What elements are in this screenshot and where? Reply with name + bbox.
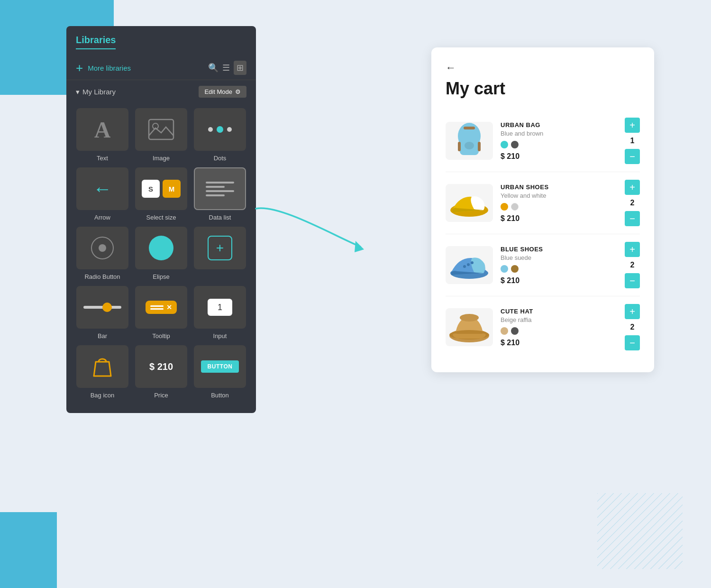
bag-box — [76, 345, 128, 388]
cart-bag-name: URBAN BAG — [501, 121, 617, 129]
cart-item-shoes: URBAN SHOES Yellow and white $ 210 + 2 − — [446, 172, 640, 234]
bar-label: Bar — [98, 332, 107, 340]
svg-rect-7 — [464, 127, 475, 129]
line-4 — [206, 194, 225, 196]
plus-icon: + — [208, 236, 232, 260]
backpack-svg — [450, 122, 488, 160]
qty-num-shoes: 2 — [630, 199, 635, 207]
qty-minus-bag[interactable]: − — [625, 149, 640, 164]
grid-item-plus[interactable]: + — [193, 227, 246, 280]
size-s: S — [142, 180, 160, 198]
grid-item-text[interactable]: A Text — [76, 108, 129, 162]
add-button[interactable]: + — [76, 62, 83, 74]
bar-icon — [83, 306, 121, 309]
cart-item-blue-shoes-img — [446, 246, 493, 284]
cart-blue-shoes-price: $ 210 — [501, 276, 617, 285]
color-dot-brown — [511, 141, 519, 148]
my-library-row: ▾ My Library Edit Mode ⚙ — [66, 80, 256, 103]
svg-point-15 — [471, 261, 474, 264]
data-list-icon — [202, 178, 238, 200]
qty-minus-shoes[interactable]: − — [625, 211, 640, 226]
cart-item-hat-img — [446, 308, 493, 346]
price-label: Price — [154, 392, 168, 399]
grid-item-dots[interactable]: Dots — [193, 108, 246, 162]
grid-icon[interactable]: ⊞ — [234, 61, 246, 75]
line-1 — [206, 182, 234, 184]
dots-label: Dots — [214, 155, 227, 162]
image-box — [135, 108, 187, 151]
my-library-label: ▾ My Library — [76, 88, 116, 96]
text-box: A — [76, 108, 128, 151]
more-libraries-link[interactable]: More libraries — [88, 64, 203, 72]
sidebar-toolbar: + More libraries 🔍 ☰ ⊞ — [66, 56, 256, 80]
my-library-text: My Library — [82, 88, 116, 96]
svg-rect-1 — [597, 493, 683, 569]
chevron-icon: ▾ — [76, 88, 80, 96]
grid-item-radio[interactable]: Radio Button — [76, 227, 129, 280]
qty-plus-blue[interactable]: + — [625, 242, 640, 257]
grid-item-select-size[interactable]: S M Select size — [135, 167, 188, 221]
back-arrow[interactable]: ← — [446, 62, 640, 74]
qty-plus-bag[interactable]: + — [625, 118, 640, 133]
text-label: Text — [97, 155, 108, 162]
bag-label: Bag icon — [91, 392, 115, 399]
line-3 — [206, 190, 234, 192]
arrow-icon: ← — [93, 178, 112, 200]
edit-mode-button[interactable]: Edit Mode ⚙ — [199, 86, 246, 98]
color-dot-beige — [501, 327, 508, 335]
qty-num-blue: 2 — [630, 261, 635, 269]
tooltip-icon: ✕ — [146, 301, 177, 314]
qty-plus-shoes[interactable]: + — [625, 180, 640, 195]
cart-item-bag: URBAN BAG Blue and brown $ 210 + 1 − — [446, 110, 640, 172]
color-dot-blue2 — [501, 265, 508, 273]
grid-item-image[interactable]: Image — [135, 108, 188, 162]
qty-minus-hat[interactable]: − — [625, 335, 640, 350]
grid-item-bag[interactable]: Bag icon — [76, 345, 129, 399]
price-text: $ 210 — [149, 361, 173, 372]
cart-item-blue-shoes: BLUE SHOES Blue suede $ 210 + 2 − — [446, 234, 640, 296]
dots-box — [194, 108, 246, 151]
select-size-row: S M — [142, 180, 181, 198]
cart-item-bag-img — [446, 122, 493, 160]
input-icon: 1 — [208, 299, 232, 316]
grid-item-elipse[interactable]: Elipse — [135, 227, 188, 280]
cart-hat-colors — [501, 327, 617, 335]
grid-item-tooltip[interactable]: ✕ Tooltip — [135, 286, 188, 340]
grid-item-input[interactable]: 1 Input — [193, 286, 246, 340]
grid-item-data-list[interactable]: Data list — [193, 167, 246, 221]
cart-blue-shoes-colors — [501, 265, 617, 273]
elipse-icon — [149, 236, 173, 260]
radio-label: Radio Button — [84, 273, 120, 280]
settings-icon: ⚙ — [235, 88, 241, 95]
cart-hat-sub: Beige raffia — [501, 316, 617, 323]
search-icon[interactable]: 🔍 — [208, 63, 219, 73]
grid-item-arrow[interactable]: ← Arrow — [76, 167, 129, 221]
tooltip-label: Tooltip — [152, 332, 170, 340]
blue-shoes-svg — [446, 248, 493, 282]
price-box: $ 210 — [135, 345, 187, 388]
image-label: Image — [153, 155, 170, 162]
radio-icon — [91, 237, 114, 259]
cart-bag-colors — [501, 141, 617, 148]
radio-inner — [99, 244, 106, 252]
button-box: BUTTON — [194, 345, 246, 388]
grid-item-button[interactable]: BUTTON Button — [193, 345, 246, 399]
toolbar-icons: 🔍 ☰ ⊞ — [208, 61, 246, 75]
qty-minus-blue[interactable]: − — [625, 273, 640, 288]
svg-point-10 — [465, 142, 474, 149]
tooltip-x: ✕ — [166, 303, 172, 311]
image-icon — [147, 118, 175, 141]
tline-2 — [150, 308, 164, 310]
bar-box — [76, 286, 128, 329]
qty-plus-hat[interactable]: + — [625, 304, 640, 319]
data-list-box — [194, 167, 246, 210]
text-icon: A — [94, 117, 111, 143]
cart-item-bag-info: URBAN BAG Blue and brown $ 210 — [501, 121, 617, 161]
grid-item-bar[interactable]: Bar — [76, 286, 129, 340]
cart-bag-controls: + 1 − — [625, 118, 640, 164]
cart-shoes-sub: Yellow and white — [501, 192, 617, 199]
bar-thumb — [102, 303, 112, 312]
grid-item-price[interactable]: $ 210 Price — [135, 345, 188, 399]
list-icon[interactable]: ☰ — [222, 63, 230, 73]
blue-block-bottom — [0, 512, 57, 588]
